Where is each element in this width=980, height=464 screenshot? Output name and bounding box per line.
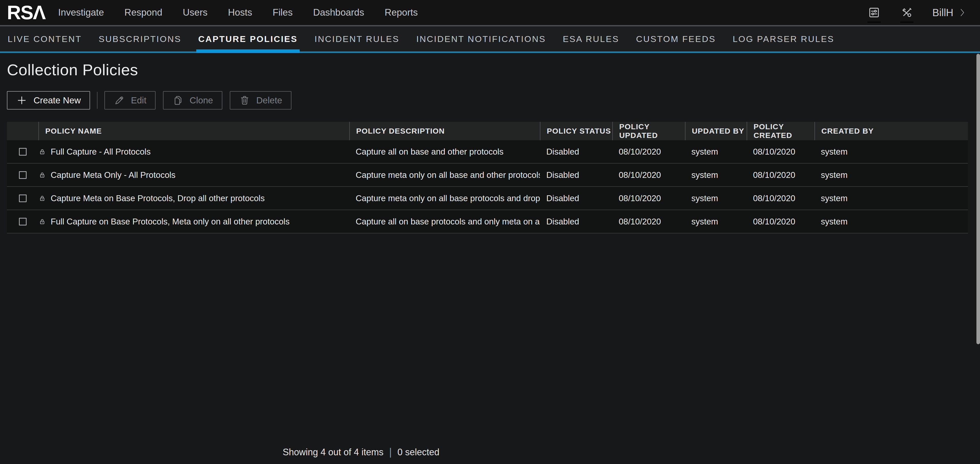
row-checkbox[interactable] xyxy=(19,171,27,179)
created-by: system xyxy=(815,170,968,180)
tab[interactable]: CAPTURE POLICIES xyxy=(198,26,298,51)
updated-by: system xyxy=(685,217,747,226)
user-menu[interactable]: BillH xyxy=(932,7,966,18)
policy-updated: 08/10/2020 xyxy=(612,147,685,156)
row-checkbox[interactable] xyxy=(19,218,27,225)
rsa-logo[interactable]: RSΛ xyxy=(7,3,45,22)
plus-icon xyxy=(16,95,27,106)
user-name: BillH xyxy=(932,7,953,18)
checkbox-cell xyxy=(7,148,38,156)
policy-created: 08/10/2020 xyxy=(747,217,815,226)
policy-status: Disabled xyxy=(540,217,612,226)
policy-updated: 08/10/2020 xyxy=(612,193,685,203)
top-nav-menu: Investigate Respond Users Hosts Files Da… xyxy=(58,7,418,18)
policy-created: 08/10/2020 xyxy=(747,170,815,180)
column-header[interactable]: POLICY CREATED xyxy=(747,122,815,140)
top-nav-right: BillH xyxy=(867,5,966,20)
policy-status: Disabled xyxy=(540,147,612,156)
tab[interactable]: INCIDENT RULES xyxy=(315,26,399,51)
policy-description: Capture meta only on all base protocols … xyxy=(349,193,540,203)
preferences-icon[interactable] xyxy=(867,5,881,20)
table-row[interactable]: Capture Meta on Base Protocols, Drop all… xyxy=(7,187,968,210)
policy-name: Full Capture on Base Protocols, Meta onl… xyxy=(51,217,290,226)
column-header[interactable]: POLICY UPDATED xyxy=(612,122,685,140)
policy-name-cell: Full Capture on Base Protocols, Meta onl… xyxy=(38,217,349,226)
policy-created: 08/10/2020 xyxy=(747,147,815,156)
policy-description: Capture all on base protocols and only m… xyxy=(349,217,540,226)
top-nav-item[interactable]: Reports xyxy=(385,7,418,18)
policy-name: Capture Meta Only - All Protocols xyxy=(51,170,175,180)
chevron-right-icon xyxy=(959,7,966,18)
page-title: Collection Policies xyxy=(0,53,980,79)
created-by: system xyxy=(815,217,968,226)
main-content: Collection Policies Create New Edit Clon xyxy=(0,53,980,462)
column-header[interactable]: POLICY STATUS xyxy=(540,122,612,140)
top-nav-item[interactable]: Dashboards xyxy=(313,7,364,18)
policy-name: Full Capture - All Protocols xyxy=(51,147,151,156)
created-by: system xyxy=(815,147,968,156)
selected-count: 0 selected xyxy=(398,447,439,458)
toolbar: Create New Edit Clone xyxy=(7,91,980,110)
checkbox-cell xyxy=(7,218,38,225)
toolbar-divider xyxy=(97,92,97,109)
policy-name-cell: Capture Meta on Base Protocols, Drop all… xyxy=(38,193,349,203)
policy-updated: 08/10/2020 xyxy=(612,170,685,180)
column-header[interactable]: CREATED BY xyxy=(815,122,968,140)
pencil-icon xyxy=(114,95,125,106)
table-row[interactable]: Full Capture on Base Protocols, Meta onl… xyxy=(7,210,968,233)
tab[interactable]: LOG PARSER RULES xyxy=(733,26,834,51)
tab[interactable]: CUSTOM FEEDS xyxy=(636,26,716,51)
policy-created: 08/10/2020 xyxy=(747,193,815,203)
tab[interactable]: INCIDENT NOTIFICATIONS xyxy=(416,26,546,51)
updated-by: system xyxy=(685,147,747,156)
lock-icon xyxy=(39,148,46,156)
top-nav-item[interactable]: Respond xyxy=(124,7,162,18)
policy-description: Capture meta only on all base and other … xyxy=(349,170,540,180)
column-header[interactable] xyxy=(7,122,38,140)
tab[interactable]: LIVE CONTENT xyxy=(8,26,82,51)
table-row[interactable]: Full Capture - All Protocols Capture all… xyxy=(7,140,968,164)
copy-icon xyxy=(172,95,183,106)
table-body: Full Capture - All Protocols Capture all… xyxy=(7,140,968,233)
column-header[interactable]: POLICY DESCRIPTION xyxy=(349,122,540,140)
top-nav-item[interactable]: Files xyxy=(273,7,293,18)
row-checkbox[interactable] xyxy=(19,195,27,202)
admin-tab-bar: LIVE CONTENT SUBSCRIPTIONS CAPTURE POLIC… xyxy=(0,26,980,53)
top-nav-item[interactable]: Investigate xyxy=(58,7,104,18)
updated-by: system xyxy=(685,170,747,180)
row-checkbox[interactable] xyxy=(19,148,27,156)
clone-button[interactable]: Clone xyxy=(163,91,222,110)
column-header[interactable]: POLICY NAME xyxy=(38,122,349,140)
policy-description: Capture all on base and other protocols xyxy=(349,147,540,156)
create-new-button[interactable]: Create New xyxy=(7,91,90,110)
tab[interactable]: SUBSCRIPTIONS xyxy=(99,26,181,51)
top-nav-item[interactable]: Hosts xyxy=(228,7,252,18)
trash-icon xyxy=(239,95,250,106)
created-by: system xyxy=(815,193,968,203)
top-nav-item[interactable]: Users xyxy=(183,7,207,18)
admin-tools-icon[interactable] xyxy=(900,5,914,20)
lock-icon xyxy=(39,195,46,202)
policy-status: Disabled xyxy=(540,170,612,180)
table-row[interactable]: Capture Meta Only - All Protocols Captur… xyxy=(7,164,968,187)
checkbox-cell xyxy=(7,171,38,179)
footer-divider: | xyxy=(389,446,392,458)
top-nav: RSΛ Investigate Respond Users Hosts File… xyxy=(0,0,980,25)
policy-name-cell: Capture Meta Only - All Protocols xyxy=(38,170,349,180)
policy-name: Capture Meta on Base Protocols, Drop all… xyxy=(51,193,264,203)
edit-button[interactable]: Edit xyxy=(104,91,156,110)
lock-icon xyxy=(39,171,46,179)
table-header: POLICY NAME POLICY DESCRIPTION POLICY ST… xyxy=(7,122,968,140)
policy-updated: 08/10/2020 xyxy=(612,217,685,226)
showing-count: Showing 4 out of 4 items xyxy=(283,447,383,458)
tab[interactable]: ESA RULES xyxy=(563,26,619,51)
updated-by: system xyxy=(685,193,747,203)
policies-table: POLICY NAME POLICY DESCRIPTION POLICY ST… xyxy=(7,122,968,233)
policy-name-cell: Full Capture - All Protocols xyxy=(38,147,349,156)
column-header[interactable]: UPDATED BY xyxy=(685,122,747,140)
vertical-scrollbar[interactable] xyxy=(977,54,980,344)
lock-icon xyxy=(39,218,46,225)
delete-button[interactable]: Delete xyxy=(230,91,291,110)
table-footer: Showing 4 out of 4 items | 0 selected xyxy=(283,446,440,458)
policy-status: Disabled xyxy=(540,193,612,203)
